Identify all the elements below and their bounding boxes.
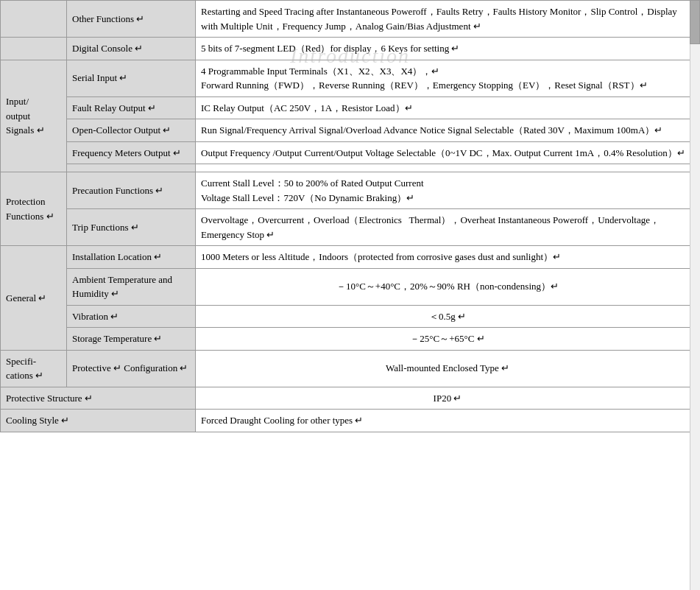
table-row: Vibration ↵ ＜0.5g ↵ [1,305,700,328]
cell-subcategory: Open-Collector Output ↵ [67,119,196,142]
cell-subcategory: Vibration ↵ [67,305,196,328]
cell-subcategory: Installation Location ↵ [67,246,196,269]
table-row: Ambient Temperature and Humidity ↵ －10°C… [1,268,700,305]
cell-category: Protection Functions ↵ [1,172,67,246]
cell-category: Cooling Style ↵ [1,410,196,432]
cell-subcategory [67,164,196,172]
cell-value: 4 Programmable Input Terminals（X1、X2、X3、… [196,60,700,96]
cell-value: Restarting and Speed Tracing after Insta… [196,1,700,38]
cell-value [196,164,700,172]
cell-subcategory: Precaution Functions ↵ [67,172,196,209]
table-row: Open-Collector Output ↵ Run Signal/Frequ… [1,119,700,142]
cell-subcategory: Serial Input ↵ [67,60,196,96]
cell-category: Specifi-cations ↵ [1,350,67,387]
cell-value: Overvoltage，Overcurrent，Overload（Electro… [196,209,700,246]
cell-subcategory: Protective ↵ Configuration ↵ [67,350,196,387]
table-row: Input/outputSignals ↵ Serial Input ↵ 4 P… [1,60,700,96]
cell-value: ＜0.5g ↵ [196,305,700,328]
table-row [1,164,700,172]
table-row: Fault Relay Output ↵ IC Relay Output（AC … [1,96,700,119]
table-row: Trip Functions ↵ Overvoltage，Overcurrent… [1,209,700,246]
cell-value: Wall-mounted Enclosed Type ↵ [196,350,700,387]
cell-subcategory: Trip Functions ↵ [67,209,196,246]
cell-value: IP20 ↵ [196,387,700,410]
cell-value: －25°C～+65°C ↵ [196,328,700,351]
table-row: Protection Functions ↵ Precaution Functi… [1,172,700,209]
cell-value: 1000 Meters or less Altitude，Indoors（pro… [196,246,700,269]
cell-subcategory: Fault Relay Output ↵ [67,96,196,119]
cell-value: Current Stall Level：50 to 200% of Rated … [196,172,700,209]
cell-subcategory: Ambient Temperature and Humidity ↵ [67,268,196,305]
cell-value: Output Frequency /Output Current/Output … [196,141,700,164]
table-row: Specifi-cations ↵ Protective ↵ Configura… [1,350,700,387]
scrollbar-thumb[interactable] [690,0,700,44]
cell-subcategory: Digital Console ↵ [67,38,196,60]
spec-table: Other Functions ↵ Restarting and Speed T… [0,0,700,432]
cell-value: －10°C～+40°C，20%～90% RH（non-condensing）↵ [196,268,700,305]
cell-subcategory: Other Functions ↵ [67,1,196,38]
table-row: Protective Structure ↵ IP20 ↵ [1,387,700,410]
cell-subcategory: Storage Temperature ↵ [67,328,196,351]
scrollbar-track[interactable] [690,0,700,590]
cell-subcategory: Frequency Meters Output ↵ [67,141,196,164]
cell-value: Forced Draught Cooling for other types ↵ [196,410,700,432]
cell-value: Run Signal/Frequency Arrival Signal/Over… [196,119,700,142]
cell-category [1,38,67,60]
table-row: Digital Console ↵ 5 bits of 7-segment LE… [1,38,700,60]
cell-value: IC Relay Output（AC 250V，1A，Resistor Load… [196,96,700,119]
table-row: Storage Temperature ↵ －25°C～+65°C ↵ [1,328,700,351]
page-wrapper: Introduction Other Functions ↵ Restartin… [0,0,700,432]
cell-category: Protective Structure ↵ [1,387,196,410]
cell-category [1,1,67,38]
table-row: General ↵ Installation Location ↵ 1000 M… [1,246,700,269]
cell-value: 5 bits of 7-segment LED（Red）for display，… [196,38,700,60]
cell-category: General ↵ [1,246,67,351]
table-row: Other Functions ↵ Restarting and Speed T… [1,1,700,38]
cell-category: Input/outputSignals ↵ [1,60,67,172]
table-row: Frequency Meters Output ↵ Output Frequen… [1,141,700,164]
table-row: Cooling Style ↵ Forced Draught Cooling f… [1,410,700,432]
